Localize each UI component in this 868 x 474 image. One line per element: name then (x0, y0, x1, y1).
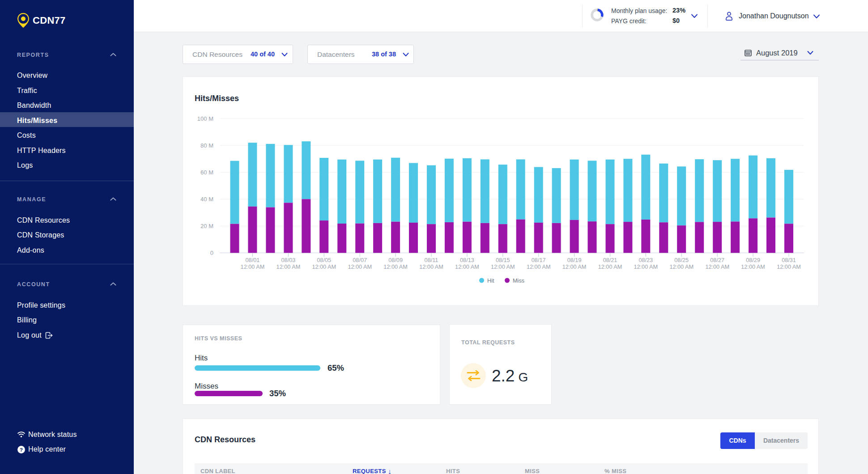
svg-text:12:00 AM: 12:00 AM (777, 264, 801, 270)
svg-text:08/13: 08/13 (460, 257, 474, 263)
svg-text:12:00 AM: 12:00 AM (562, 264, 587, 270)
svg-text:12:00 AM: 12:00 AM (634, 264, 658, 270)
svg-text:12:00 AM: 12:00 AM (705, 264, 729, 270)
svg-text:08/19: 08/19 (567, 257, 582, 263)
svg-text:?: ? (20, 447, 23, 453)
svg-text:12:00 AM: 12:00 AM (491, 264, 515, 270)
svg-text:08/17: 08/17 (532, 257, 546, 263)
svg-text:08/11: 08/11 (425, 257, 438, 263)
svg-text:12:00 AM: 12:00 AM (598, 264, 622, 270)
svg-text:08/21: 08/21 (603, 257, 617, 263)
svg-text:08/31: 08/31 (782, 257, 796, 263)
svg-text:60 M: 60 M (200, 169, 213, 176)
svg-text:12:00 AM: 12:00 AM (383, 264, 408, 270)
svg-text:0: 0 (210, 250, 213, 256)
svg-text:08/29: 08/29 (746, 257, 760, 263)
svg-text:12:00 AM: 12:00 AM (455, 264, 479, 270)
svg-text:80 M: 80 M (200, 142, 213, 149)
svg-text:12:00 AM: 12:00 AM (241, 264, 265, 270)
svg-text:12:00 AM: 12:00 AM (348, 264, 372, 270)
svg-text:08/27: 08/27 (710, 257, 724, 263)
svg-text:08/25: 08/25 (674, 257, 689, 263)
svg-text:12:00 AM: 12:00 AM (312, 264, 336, 270)
svg-text:Miss: Miss (513, 278, 524, 284)
svg-text:40 M: 40 M (200, 196, 213, 203)
svg-text:100 M: 100 M (197, 115, 213, 122)
svg-text:12:00 AM: 12:00 AM (741, 264, 765, 270)
svg-text:12:00 AM: 12:00 AM (277, 264, 301, 270)
svg-text:08/15: 08/15 (496, 257, 510, 263)
svg-text:08/03: 08/03 (281, 257, 296, 263)
svg-text:Hit: Hit (487, 278, 494, 284)
svg-text:08/05: 08/05 (317, 257, 331, 263)
svg-text:12:00 AM: 12:00 AM (527, 264, 551, 270)
svg-text:08/07: 08/07 (353, 257, 367, 263)
svg-text:08/23: 08/23 (638, 257, 653, 263)
svg-text:12:00 AM: 12:00 AM (669, 264, 694, 270)
svg-text:20 M: 20 M (200, 223, 213, 229)
svg-text:12:00 AM: 12:00 AM (419, 264, 443, 270)
svg-text:08/09: 08/09 (388, 257, 403, 263)
svg-text:08/01: 08/01 (246, 257, 260, 263)
